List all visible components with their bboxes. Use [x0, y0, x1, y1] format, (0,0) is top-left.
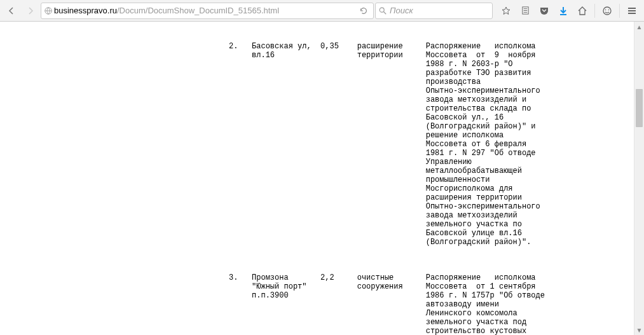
vertical-scrollbar[interactable]: ▲ ▼: [634, 22, 644, 335]
scroll-down-arrow[interactable]: ▼: [634, 325, 644, 335]
svg-line-2: [384, 11, 387, 14]
separator: [594, 4, 595, 18]
scroll-up-arrow[interactable]: ▲: [634, 22, 644, 32]
globe-icon: [44, 6, 53, 15]
reload-button[interactable]: [357, 3, 371, 18]
toolbar-icons: [497, 2, 641, 20]
separator: [619, 4, 620, 18]
scroll-track[interactable]: [634, 32, 644, 325]
search-icon: [378, 6, 387, 15]
svg-point-9: [605, 9, 606, 10]
back-button[interactable]: [3, 2, 20, 20]
search-bar[interactable]: [375, 3, 493, 19]
home-icon[interactable]: [573, 2, 592, 20]
svg-point-10: [608, 9, 610, 10]
forward-button[interactable]: [22, 2, 39, 20]
document-text: 2. Басовская ул, 0,35 расширение Распоря…: [0, 29, 634, 335]
reading-list-icon[interactable]: [516, 2, 535, 20]
smiley-icon[interactable]: [598, 2, 617, 20]
downloads-icon[interactable]: [554, 2, 573, 20]
scroll-thumb[interactable]: [636, 89, 643, 127]
bookmark-star-icon[interactable]: [497, 2, 516, 20]
browser-toolbar: businesspravo.ru/Docum/DocumShow_DocumID…: [0, 0, 644, 22]
svg-point-1: [380, 8, 384, 12]
pocket-icon[interactable]: [535, 2, 554, 20]
search-input[interactable]: [388, 5, 490, 16]
page-content: 2. Басовская ул, 0,35 расширение Распоря…: [0, 22, 634, 335]
svg-point-8: [603, 7, 611, 15]
url-bar[interactable]: businesspravo.ru/Docum/DocumShow_DocumID…: [41, 3, 374, 19]
menu-icon[interactable]: [622, 2, 641, 20]
url-text: businesspravo.ru/Docum/DocumShow_DocumID…: [54, 6, 357, 15]
